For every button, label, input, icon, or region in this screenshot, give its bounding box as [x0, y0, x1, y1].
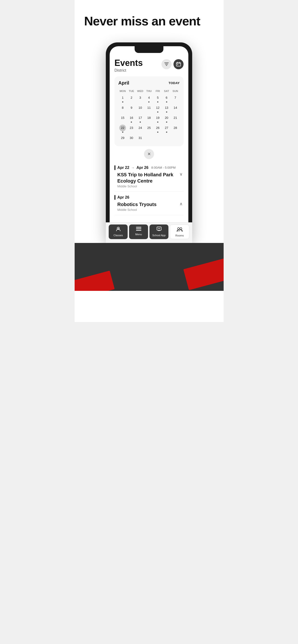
svg-point-16: [180, 228, 182, 230]
cal-day-4[interactable]: 4: [145, 94, 154, 104]
phone-container: Events District: [75, 38, 224, 243]
rooms-icon: [177, 227, 183, 233]
cal-day-5[interactable]: 5: [153, 94, 162, 104]
red-stripe-left: [75, 270, 115, 291]
close-btn-row: ✕: [114, 146, 184, 162]
red-stripe-right: [183, 256, 224, 290]
cal-day-14[interactable]: 14: [171, 104, 180, 114]
event-1-school: Middle School: [117, 184, 184, 188]
cal-day-10[interactable]: 10: [136, 104, 145, 114]
menu-label: Menu: [135, 233, 142, 236]
event-item-1: Apr 22 → Apr 26 8:00AM - 5:00PM KS5 Trip…: [114, 162, 184, 192]
school-app-icon: [157, 226, 162, 233]
event-1-expand-button[interactable]: ∨: [179, 172, 184, 177]
cal-day-18[interactable]: 18: [145, 114, 154, 124]
event-item-2: Apr 26 Robotics Tryouts ∧ Middle School: [114, 192, 184, 215]
cal-header-fri: FRI: [153, 89, 162, 94]
event-1-date-bar: [114, 165, 115, 170]
event-2-title-row: Robotics Tryouts ∧: [117, 201, 184, 208]
svg-rect-2: [166, 65, 167, 66]
cal-header-sat: SAT: [162, 89, 171, 94]
nav-menu-button[interactable]: Menu: [129, 224, 148, 239]
event-2-expand-button[interactable]: ∧: [179, 201, 184, 206]
cal-day-28[interactable]: 28: [171, 124, 180, 134]
cal-day-29[interactable]: 29: [118, 134, 127, 142]
event-2-school: Middle School: [117, 208, 184, 212]
cal-day-25[interactable]: 25: [145, 124, 154, 134]
cal-day-27[interactable]: 27: [162, 124, 171, 134]
calendar-view-button[interactable]: [174, 59, 184, 69]
app-content: Events District: [110, 46, 188, 162]
cal-day-11[interactable]: 11: [145, 104, 154, 114]
cal-day-empty-1: [145, 134, 154, 142]
cal-day-3[interactable]: 3: [136, 94, 145, 104]
svg-point-14: [159, 228, 159, 229]
nav-classes-button[interactable]: Classes: [110, 224, 128, 239]
svg-point-15: [178, 228, 180, 230]
cal-day-23[interactable]: 23: [127, 124, 136, 134]
bottom-navigation: Classes Menu: [110, 222, 188, 239]
close-calendar-button[interactable]: ✕: [144, 149, 154, 159]
cal-day-empty-4: [171, 134, 180, 142]
menu-icon: [136, 226, 141, 232]
svg-rect-7: [177, 64, 178, 65]
svg-rect-3: [176, 62, 181, 66]
nav-rooms-button[interactable]: Rooms: [170, 224, 188, 239]
svg-rect-0: [164, 62, 169, 63]
cal-day-17[interactable]: 17: [136, 114, 145, 124]
phone-screen: Events District: [110, 46, 188, 239]
app-header-buttons: [162, 59, 184, 69]
calendar-grid: MON TUE WED THU FRI SAT SUN 1 2 3 4: [118, 89, 180, 142]
event-1-date-end: Apr 26: [136, 166, 148, 170]
cal-day-30[interactable]: 30: [127, 134, 136, 142]
cal-day-20[interactable]: 20: [162, 114, 171, 124]
cal-day-19[interactable]: 19: [153, 114, 162, 124]
app-header: Events District: [114, 58, 184, 72]
event-1-time: 8:00AM - 5:00PM: [152, 166, 176, 170]
cal-day-15[interactable]: 15: [118, 114, 127, 124]
rooms-label: Rooms: [175, 234, 184, 237]
today-button[interactable]: TODAY: [169, 81, 180, 85]
cal-day-21[interactable]: 21: [171, 114, 180, 124]
event-1-title: KS5 Trip to Holland Park Ecology Centre: [117, 172, 179, 184]
school-app-label: School App: [152, 234, 166, 237]
calendar-header: April TODAY: [118, 80, 180, 86]
event-2-date-bar: [114, 195, 115, 200]
cal-day-12[interactable]: 12: [153, 104, 162, 114]
cal-day-13[interactable]: 13: [162, 104, 171, 114]
cal-day-2[interactable]: 2: [127, 94, 136, 104]
cal-day-9[interactable]: 9: [127, 104, 136, 114]
event-2-date-row: Apr 26: [114, 195, 184, 200]
cal-day-24[interactable]: 24: [136, 124, 145, 134]
phone-mockup: Events District: [106, 42, 192, 243]
nav-school-app-button[interactable]: School App: [150, 224, 169, 239]
cal-day-22-today[interactable]: 22: [118, 124, 127, 134]
svg-rect-10: [136, 227, 141, 228]
svg-rect-1: [165, 64, 168, 65]
classes-icon: [116, 226, 121, 233]
svg-point-9: [118, 228, 119, 229]
svg-rect-12: [136, 230, 141, 231]
cal-day-31[interactable]: 31: [136, 134, 145, 142]
cal-header-thu: THU: [145, 89, 154, 94]
event-1-title-row: KS5 Trip to Holland Park Ecology Centre …: [117, 172, 184, 184]
phone-notch: [135, 46, 163, 53]
calendar-month: April: [118, 80, 129, 86]
event-1-arrow: →: [131, 166, 135, 170]
cal-day-7[interactable]: 7: [171, 94, 180, 104]
app-title: Events: [114, 58, 143, 68]
app-subtitle: District: [114, 68, 143, 72]
filter-button[interactable]: [162, 59, 172, 69]
cal-day-26[interactable]: 26: [153, 124, 162, 134]
cal-header-sun: SUN: [171, 89, 180, 94]
event-2-date-start: Apr 26: [117, 195, 129, 200]
cal-day-8[interactable]: 8: [118, 104, 127, 114]
cal-day-empty-2: [153, 134, 162, 142]
classes-label: Classes: [113, 234, 123, 237]
cal-header-mon: MON: [118, 89, 127, 94]
app-title-section: Events District: [114, 58, 143, 72]
cal-day-1[interactable]: 1: [118, 94, 127, 104]
cal-day-6[interactable]: 6: [162, 94, 171, 104]
calendar-card: April TODAY MON TUE WED THU FRI SAT SUN: [114, 76, 184, 146]
cal-day-16[interactable]: 16: [127, 114, 136, 124]
